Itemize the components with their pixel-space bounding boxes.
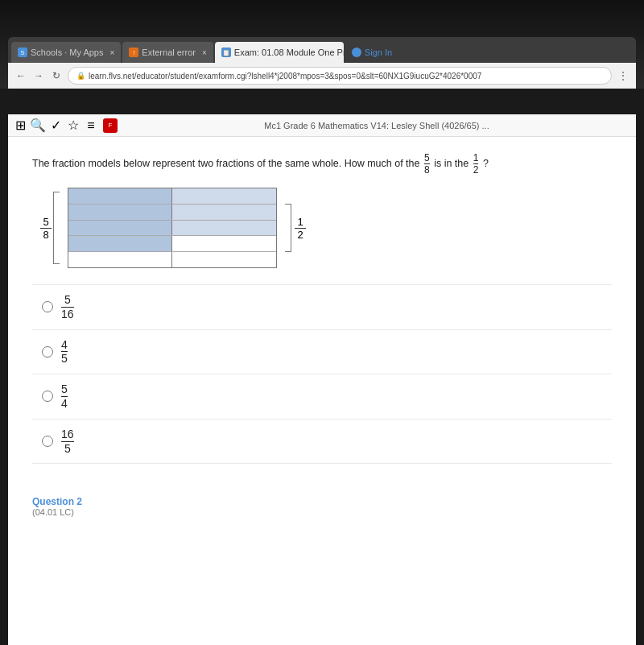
answer-options: 5 16 4 5 5 4 <box>32 284 612 464</box>
answer-a-num: 5 <box>64 293 71 307</box>
model-row-4-right <box>172 236 276 251</box>
model-row-5-left <box>68 252 172 267</box>
refresh-button[interactable]: ↻ <box>50 69 63 82</box>
model-row-3 <box>68 221 276 237</box>
fraction-a-den: 8 <box>424 164 430 175</box>
forward-button[interactable]: → <box>32 69 45 82</box>
laptop-bezel: S Schools · My Apps × ! External error ×… <box>0 0 644 89</box>
model-row-4-left <box>68 236 172 251</box>
answer-a-den: 16 <box>61 308 74 321</box>
signin-tab-icon <box>352 48 361 57</box>
radio-c[interactable] <box>42 391 53 402</box>
question-2-label: Question 2 <box>32 496 612 507</box>
model-label-den: 8 <box>43 229 48 241</box>
address-bar[interactable]: 🔒 learn.flvs.net/educator/student/examfo… <box>68 67 612 85</box>
answer-d-den: 5 <box>64 442 71 456</box>
radio-d[interactable] <box>42 436 53 447</box>
page-content: The fraction models below represent two … <box>8 137 636 645</box>
check-icon: ✓ <box>50 120 61 131</box>
rect-model <box>68 188 277 268</box>
question-text-mid: is in the <box>434 158 469 169</box>
fraction-a-num: 5 <box>424 153 430 164</box>
tab-error-close[interactable]: × <box>202 48 207 57</box>
flvs-logo: F <box>103 118 118 133</box>
model-row-2-left <box>68 205 172 220</box>
fraction-b: 1 2 <box>473 153 479 175</box>
right-fraction-label: 1 2 <box>285 204 306 252</box>
tab-schools-label: Schools · My Apps <box>31 48 104 57</box>
model-row-4 <box>68 236 276 252</box>
address-bar-row: ← → ↻ 🔒 learn.flvs.net/educator/student/… <box>8 63 636 89</box>
answer-option-a[interactable]: 5 16 <box>32 284 612 330</box>
error-tab-icon: ! <box>129 48 138 57</box>
browser-chrome: S Schools · My Apps × ! External error ×… <box>8 37 636 89</box>
tab-bar: S Schools · My Apps × ! External error ×… <box>8 37 636 63</box>
answer-option-d[interactable]: 16 5 <box>32 420 612 465</box>
hamburger-icon[interactable]: ≡ <box>85 120 97 131</box>
address-text: learn.flvs.net/educator/student/examform… <box>89 72 481 81</box>
model-row-5-right <box>172 252 276 267</box>
answer-option-b[interactable]: 4 5 <box>32 330 612 375</box>
tab-error-label: External error <box>142 48 196 57</box>
search-icon[interactable]: 🔍 <box>32 120 43 131</box>
tab-schools[interactable]: S Schools · My Apps × <box>11 42 121 63</box>
fraction-a: 5 8 <box>424 153 430 175</box>
left-fraction-label: 5 8 <box>40 192 60 264</box>
model-row-1-left <box>68 188 172 204</box>
fraction-display-c: 5 4 <box>61 382 68 411</box>
question-text-before: The fraction models below represent two … <box>32 158 419 169</box>
browser-content: ⊞ 🔍 ✓ ☆ ≡ F Mc1 Grade 6 Mathematics V14:… <box>8 114 636 645</box>
fraction-b-num: 1 <box>473 153 479 164</box>
question-text: The fraction models below represent two … <box>32 153 612 175</box>
model-row-2-right <box>172 205 276 220</box>
tab-exam[interactable]: 📋 Exam: 01.08 Module One Practi... × <box>215 42 344 63</box>
question-text-end: ? <box>483 158 489 169</box>
model-fraction-label: 5 8 <box>40 216 52 241</box>
answer-c-num: 5 <box>61 382 68 396</box>
grid-icon[interactable]: ⊞ <box>14 120 26 131</box>
left-bracket <box>53 192 60 264</box>
fraction-display-d: 16 5 <box>61 428 74 456</box>
model-row-3-right <box>172 221 276 236</box>
answer-b-den: 5 <box>61 352 68 366</box>
tab-signin-label: Sign In <box>365 48 392 57</box>
schools-tab-icon: S <box>18 48 27 57</box>
model-row-1-right <box>172 188 276 204</box>
answer-d-num: 16 <box>61 428 74 441</box>
model-row-3-left <box>68 221 172 236</box>
exam-tab-icon: 📋 <box>221 48 231 57</box>
menu-button[interactable]: ⋮ <box>617 69 630 82</box>
model-row-5 <box>68 252 276 267</box>
bookmark-icon[interactable]: ☆ <box>68 120 79 131</box>
fraction-diagram: 5 8 <box>40 188 612 268</box>
question-2-sub: (04.01 LC) <box>32 507 612 517</box>
fraction-display-b: 4 5 <box>61 338 68 366</box>
model-row-2 <box>68 205 276 221</box>
fraction-display-a: 5 16 <box>61 293 74 321</box>
back-button[interactable]: ← <box>14 69 27 82</box>
radio-a[interactable] <box>42 301 53 312</box>
model-right-den: 2 <box>297 229 303 241</box>
question-2-section: Question 2 (04.01 LC) <box>32 480 612 517</box>
site-info: Mc1 Grade 6 Mathematics V14: Lesley Shel… <box>124 121 630 130</box>
model-label-num: 5 <box>43 216 48 228</box>
tab-signin[interactable]: Sign In <box>345 42 398 63</box>
answer-b-num: 4 <box>61 338 68 352</box>
tab-external-error[interactable]: ! External error × <box>122 42 213 63</box>
tab-schools-close[interactable]: × <box>110 48 115 57</box>
tab-exam-label: Exam: 01.08 Module One Practi... <box>234 48 344 57</box>
model-right-num: 1 <box>297 216 303 228</box>
browser-toolbar: ⊞ 🔍 ✓ ☆ ≡ F Mc1 Grade 6 Mathematics V14:… <box>8 114 636 137</box>
lock-icon: 🔒 <box>76 72 85 80</box>
model-right-fraction: 1 2 <box>295 216 306 241</box>
radio-b[interactable] <box>42 346 53 358</box>
answer-c-den: 4 <box>61 397 68 411</box>
fraction-b-den: 2 <box>473 164 479 175</box>
right-bracket <box>285 204 291 252</box>
model-row-1 <box>68 188 276 205</box>
answer-option-c[interactable]: 5 4 <box>32 374 612 420</box>
